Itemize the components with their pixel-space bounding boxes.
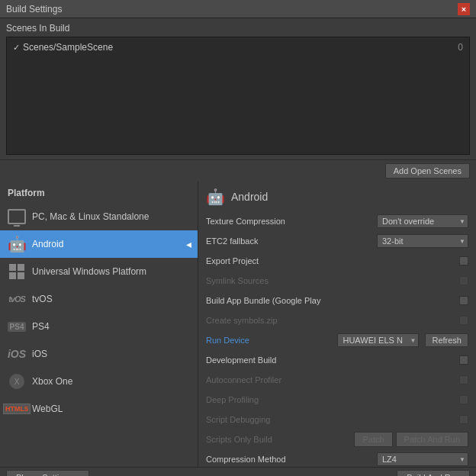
run-device-dropdown[interactable]: HUAWEI ELS N [337, 333, 419, 347]
development-build-checkbox[interactable] [459, 355, 468, 365]
platform-webgl-label: WebGL [32, 404, 63, 414]
main-area: Platform PC, Mac & Linux Standalone 🤖 An… [0, 182, 476, 467]
create-symbols-checkbox [459, 316, 468, 325]
autoconnect-profiler-row: Autoconnect Profiler [206, 372, 468, 388]
script-debugging-checkbox [459, 415, 468, 424]
sidebar-item-pc[interactable]: PC, Mac & Linux Standalone [0, 203, 198, 230]
script-debugging-row: Script Debugging [206, 412, 468, 427]
autoconnect-profiler-label: Autoconnect Profiler [206, 375, 459, 384]
scenes-section: Scenes In Build ✓ Scenes/SampleScene 0 [0, 18, 476, 160]
deep-profiling-label: Deep Profiling [206, 395, 459, 404]
build-app-bundle-checkbox[interactable] [459, 296, 468, 305]
run-device-row: Run Device HUAWEI ELS N Refresh [206, 333, 468, 348]
android-settings-panel: 🤖 Android Texture Compression Don't over… [198, 182, 476, 467]
etc2-fallback-dropdown-wrapper: 32-bit [377, 234, 468, 248]
refresh-button[interactable]: Refresh [425, 333, 468, 347]
create-symbols-row: Create symbols.zip [206, 313, 468, 328]
texture-compression-dropdown[interactable]: Don't override [377, 214, 468, 228]
scene-checkmark: ✓ [13, 43, 20, 53]
scenes-list: ✓ Scenes/SampleScene 0 [6, 37, 470, 155]
deep-profiling-row: Deep Profiling [206, 392, 468, 407]
scene-name: Scenes/SampleScene [23, 42, 113, 53]
compression-method-dropdown[interactable]: LZ4 [377, 452, 468, 466]
add-open-scenes-button[interactable]: Add Open Scenes [385, 163, 470, 178]
build-and-run-button[interactable]: Build And Run [397, 470, 470, 477]
html5-icon: HTML5 [8, 400, 26, 418]
active-arrow-icon: ◂ [186, 238, 191, 250]
compression-method-label: Compression Method [206, 455, 377, 464]
sidebar-item-ios[interactable]: iOS iOS [0, 340, 198, 368]
deep-profiling-checkbox [459, 395, 468, 404]
platform-label: Platform [0, 186, 198, 203]
sidebar-item-ps4[interactable]: PS4 PS4 [0, 313, 198, 340]
texture-compression-dropdown-wrapper: Don't override [377, 214, 468, 228]
monitor-icon [8, 207, 26, 226]
export-project-row: Export Project [206, 253, 468, 269]
texture-compression-row: Texture Compression Don't override [206, 214, 468, 229]
platform-android-label: Android [32, 239, 63, 249]
sidebar-item-android[interactable]: 🤖 Android ◂ [0, 230, 198, 258]
tvos-icon: tvOS [8, 290, 26, 308]
build-app-bundle-label: Build App Bundle (Google Play [206, 296, 459, 305]
sidebar-item-webgl[interactable]: HTML5 WebGL [0, 395, 198, 423]
scene-item[interactable]: ✓ Scenes/SampleScene [10, 40, 466, 54]
scene-index: 0 [458, 42, 463, 53]
development-build-label: Development Build [206, 355, 459, 365]
ps4-icon: PS4 [8, 317, 26, 336]
run-device-label: Run Device [206, 336, 337, 345]
platform-uwp-label: Universal Windows Platform [32, 266, 146, 277]
platform-tvos-label: tvOS [32, 294, 53, 304]
window-title: Build Settings [6, 4, 62, 14]
platform-xbox-label: Xbox One [32, 376, 72, 387]
compression-method-dropdown-wrapper: LZ4 [377, 452, 468, 466]
create-symbols-label: Create symbols.zip [206, 316, 459, 325]
platform-pc-label: PC, Mac & Linux Standalone [32, 211, 149, 222]
script-debugging-label: Script Debugging [206, 415, 459, 424]
patch-button[interactable]: Patch [354, 432, 392, 447]
android-header-label: Android [231, 191, 268, 203]
title-bar: Build Settings × [0, 0, 476, 18]
texture-compression-label: Texture Compression [206, 217, 377, 226]
etc2-fallback-dropdown[interactable]: 32-bit [377, 234, 468, 248]
symlink-sources-label: Symlink Sources [206, 276, 459, 285]
sidebar-item-uwp[interactable]: Universal Windows Platform [0, 258, 198, 285]
platform-ps4-label: PS4 [32, 321, 50, 332]
run-device-dropdown-wrapper: HUAWEI ELS N [337, 333, 419, 347]
android-header: 🤖 Android [206, 188, 468, 206]
autoconnect-profiler-checkbox [459, 375, 468, 384]
windows-icon [8, 262, 26, 281]
scripts-only-build-row: Scripts Only Build Patch Patch And Run [206, 432, 468, 447]
compression-method-row: Compression Method LZ4 [206, 452, 468, 467]
sidebar-item-xbox[interactable]: X Xbox One [0, 368, 198, 395]
scripts-only-build-label: Scripts Only Build [206, 435, 354, 444]
symlink-sources-checkbox [459, 276, 468, 285]
etc2-fallback-row: ETC2 fallback 32-bit [206, 233, 468, 249]
build-app-bundle-row: Build App Bundle (Google Play [206, 293, 468, 308]
bottom-bar: Player Settings... Build And Run [0, 467, 476, 476]
android-header-icon: 🤖 [206, 188, 225, 206]
export-project-label: Export Project [206, 256, 459, 265]
platform-panel: Platform PC, Mac & Linux Standalone 🤖 An… [0, 182, 198, 467]
player-settings-button[interactable]: Player Settings... [6, 470, 89, 477]
sidebar-item-tvos[interactable]: tvOS tvOS [0, 285, 198, 313]
xbox-icon: X [8, 372, 26, 391]
development-build-row: Development Build [206, 352, 468, 368]
patch-and-run-button[interactable]: Patch And Run [396, 432, 468, 447]
ios-icon: iOS [8, 345, 26, 363]
symlink-sources-row: Symlink Sources [206, 273, 468, 288]
scenes-label: Scenes In Build [6, 23, 470, 34]
android-icon: 🤖 [8, 235, 26, 253]
platform-ios-label: iOS [32, 349, 47, 359]
close-button[interactable]: × [458, 3, 470, 15]
add-open-scenes-row: Add Open Scenes [0, 160, 476, 182]
etc2-fallback-label: ETC2 fallback [206, 236, 377, 246]
export-project-checkbox[interactable] [459, 256, 468, 265]
